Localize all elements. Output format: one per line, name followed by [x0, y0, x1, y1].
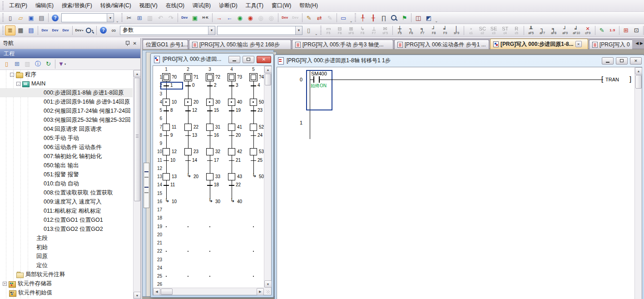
sfc-jump-icon[interactable]: ↳: [187, 173, 191, 178]
tree-item-17[interactable]: 013:位置GO2 位置GO2: [0, 224, 133, 234]
sfc-transition[interactable]: [229, 160, 234, 161]
tree-item-9[interactable]: 007:轴初始化 轴初始化: [0, 152, 133, 161]
sfc-horizontal-scrollbar[interactable]: ◀ ▶: [153, 288, 264, 295]
tab-scroll-left-icon[interactable]: ◀: [635, 41, 639, 45]
delete-line[interactable]: ✕cF9: [582, 25, 594, 36]
scroll-down-icon[interactable]: ▼: [134, 292, 140, 299]
menu-item-10[interactable]: 帮助(H): [295, 0, 322, 11]
toolbar-overflow-chevron[interactable]: ⌄: [115, 19, 120, 24]
window-select-combo[interactable]: ▼: [217, 26, 302, 35]
lad-sym-rising-pulse[interactable]: ╨aF5: [525, 25, 537, 36]
sfc-attr-st[interactable]: STc4: [500, 25, 511, 36]
device-comment-display[interactable]: Dev: [40, 25, 50, 35]
ladder-vertical-scrollbar[interactable]: ▲ ▼: [634, 67, 642, 299]
sfc-step[interactable]: [250, 124, 257, 131]
tree-item-11[interactable]: 051:报警 报警: [0, 170, 133, 179]
close-button[interactable]: ✕: [630, 57, 642, 65]
transition-coil-label[interactable]: TRAN: [605, 77, 619, 82]
lad-sym-pulse-close-branch[interactable]: ┘aF9: [560, 25, 571, 36]
help-button-2[interactable]: ?: [98, 25, 109, 35]
copy-data[interactable]: ⊞: [12, 59, 22, 69]
sfc-step[interactable]: [163, 173, 170, 180]
sfc-window-titlebar[interactable]: [PRG]写入 000:步进回... ✕: [151, 54, 273, 65]
monitor-write-mode[interactable]: ◎: [256, 13, 266, 23]
sfc-transition[interactable]: [185, 160, 191, 161]
sfc-sym-rule[interactable]: ✉sF5: [380, 25, 391, 36]
sfc-transition[interactable]: [163, 135, 169, 136]
comment-edit[interactable]: ✎: [304, 13, 314, 23]
device-test-pen[interactable]: ✎: [597, 25, 607, 35]
tree-expand-icon[interactable]: +: [3, 282, 7, 286]
scroll-up-icon[interactable]: ▲: [134, 70, 140, 77]
display-target[interactable]: ▯: [303, 25, 314, 35]
device-find-window[interactable]: ⊡: [631, 25, 642, 35]
find-binoculars[interactable]: ∞: [109, 25, 119, 35]
restore-button[interactable]: [616, 57, 628, 65]
open-file[interactable]: ▱: [15, 13, 26, 23]
tree-item-23[interactable]: +软元件存储器: [0, 279, 133, 288]
sfc-transition[interactable]: [207, 160, 213, 161]
device-display-stop[interactable]: Dev: [290, 13, 301, 23]
menu-item-4[interactable]: 视图(V): [135, 0, 162, 11]
tree-item-13[interactable]: 008:位置读取获取 位置获取: [0, 188, 133, 197]
device-memory-display[interactable]: Dev: [50, 25, 60, 35]
tree-item-8[interactable]: 006:运动条件 运动条件: [0, 143, 133, 152]
sfc-transition[interactable]: [163, 160, 169, 161]
sfc-step[interactable]: [228, 173, 235, 180]
navigation-window-toggle[interactable]: ≣: [5, 25, 15, 35]
cross-reference-window[interactable]: ⊞: [621, 25, 631, 35]
sort-menu[interactable]: ▼▾: [57, 59, 67, 69]
sfc-transition[interactable]: [207, 185, 213, 186]
sfc-step-with-dot[interactable]: [206, 99, 213, 106]
menu-item-6[interactable]: 调试(B): [188, 0, 215, 11]
print[interactable]: ▤: [36, 13, 47, 23]
sfc-step[interactable]: [163, 148, 170, 155]
toolbar-overflow-chevron[interactable]: ⌄: [434, 19, 439, 24]
menu-item-1[interactable]: 编辑(E): [31, 0, 58, 11]
sfc-attr-normal[interactable]: ▫c1: [466, 25, 477, 36]
tab-scroll-right-icon[interactable]: ▶: [640, 41, 643, 45]
menu-item-7[interactable]: 诊断(D): [215, 0, 242, 11]
sfc-transition[interactable]: [207, 85, 213, 86]
sfc-attr-sc[interactable]: SCc2: [477, 25, 488, 36]
quick-launch-combo-dropdown-icon[interactable]: ▼: [107, 14, 114, 22]
sfc-step[interactable]: [228, 124, 235, 131]
sfc-sym-block-start[interactable]: ⊟F6: [334, 25, 346, 36]
lad-sym-coil[interactable]: ╛F9: [440, 25, 451, 36]
sfc-attr-reset[interactable]: Rc5: [511, 25, 522, 36]
pulse-monitor[interactable]: ∏: [378, 13, 389, 23]
menu-item-9[interactable]: 窗口(W): [268, 0, 295, 11]
tree-item-19[interactable]: 初始: [0, 243, 133, 252]
scroll-thumb[interactable]: [134, 78, 140, 201]
monitor-condition-flag[interactable]: ⚑: [399, 13, 410, 23]
tree-item-20[interactable]: 回原: [0, 252, 133, 261]
lad-sym-falling-pulse[interactable]: ┐aF7: [537, 25, 548, 36]
sfc-step[interactable]: [184, 124, 192, 131]
tree-item-6[interactable]: 004:回原请求 回原请求: [0, 125, 133, 134]
scroll-thumb[interactable]: [265, 74, 271, 85]
sfc-transition[interactable]: [229, 85, 234, 86]
menu-item-0[interactable]: 工程(P): [5, 0, 31, 11]
refresh-view[interactable]: ↻: [43, 59, 54, 69]
device-display-format[interactable]: Dev▾: [74, 25, 84, 35]
sfc-transition[interactable]: [163, 185, 169, 186]
function-select-combo[interactable]: 参数▼: [120, 26, 215, 35]
device-search-monitor[interactable]: [389, 13, 399, 23]
scroll-right-icon[interactable]: ▶: [257, 288, 264, 295]
sfc-transition[interactable]: [185, 110, 191, 111]
sfc-sym-step[interactable]: ▭F5: [323, 25, 334, 36]
tab-document-2[interactable]: [PRG]写入 005:手动 步号3 轴使...: [292, 40, 393, 49]
paste-data[interactable]: ▥: [22, 59, 33, 69]
sfc-auto-scroll-monitor[interactable]: ╀: [357, 13, 368, 23]
trace-chart-1[interactable]: ◫: [413, 13, 423, 23]
lad-sym-close-contact[interactable]: ┐F6: [406, 25, 417, 36]
sfc-jump-icon[interactable]: ↳: [165, 198, 169, 203]
tree-item-1[interactable]: -MAIN: [0, 79, 133, 88]
tree-item-21[interactable]: 定位: [0, 261, 133, 270]
sfc-sym-end-step[interactable]: ⊥F7: [368, 25, 380, 36]
sfc-transition[interactable]: [207, 110, 213, 111]
close-button[interactable]: ✕: [257, 56, 271, 63]
sort-1-9[interactable]: 1↓9: [607, 25, 618, 35]
sfc-all-block-monitor[interactable]: ╂: [368, 13, 378, 23]
tab-document-1[interactable]: [PRG]写入 050:输出 步号2 168步: [189, 40, 291, 49]
